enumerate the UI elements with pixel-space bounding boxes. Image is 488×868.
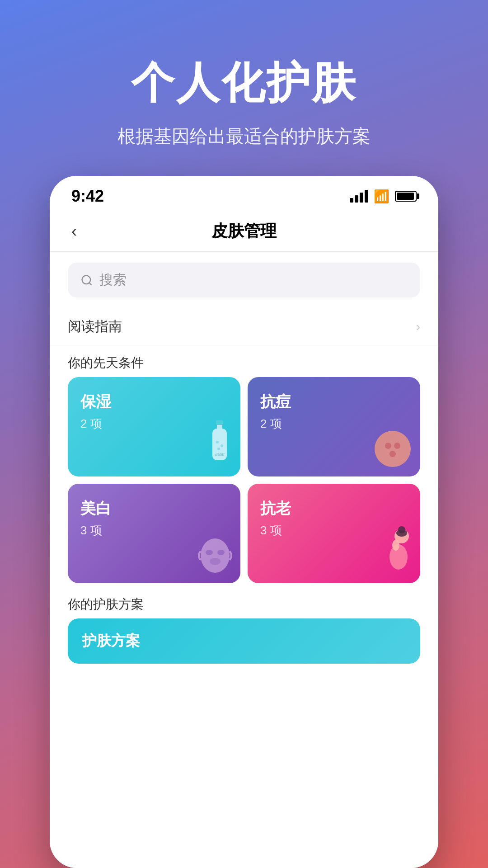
svg-point-5 — [216, 441, 219, 443]
battery-icon — [395, 191, 417, 202]
status-time: 9:42 — [71, 187, 104, 206]
svg-point-7 — [217, 448, 220, 450]
search-placeholder: 搜索 — [99, 271, 127, 289]
card-moisture[interactable]: 保湿 2 项 water — [68, 377, 240, 476]
svg-point-14 — [206, 550, 213, 555]
search-section: 搜索 — [50, 252, 438, 308]
guide-label: 阅读指南 — [68, 317, 122, 336]
status-icons: 📶 — [350, 189, 417, 204]
card-whitening[interactable]: 美白 3 项 — [68, 484, 240, 583]
svg-point-21 — [392, 540, 399, 551]
card-acne[interactable]: 抗痘 2 项 — [248, 377, 420, 476]
innate-section-label: 你的先天条件 — [50, 345, 438, 377]
hero-section: 个人化护肤 根据基因给出最适合的护肤方案 — [0, 0, 488, 176]
status-bar: 9:42 📶 — [50, 176, 438, 211]
page-title: 皮肤管理 — [211, 220, 277, 242]
svg-point-12 — [389, 451, 396, 457]
content-area: 搜索 阅读指南 › 你的先天条件 保湿 2 项 — [50, 252, 438, 868]
skincare-plan-card[interactable]: 护肤方案 — [68, 618, 420, 664]
svg-line-1 — [89, 283, 91, 285]
card-moisture-title: 保湿 — [80, 392, 228, 412]
svg-rect-2 — [216, 420, 223, 425]
phone-frame: 9:42 📶 ‹ 皮肤管理 搜索 — [50, 176, 438, 868]
svg-rect-3 — [217, 425, 222, 429]
hero-subtitle: 根据基因给出最适合的护肤方案 — [27, 124, 461, 149]
svg-point-0 — [82, 275, 91, 284]
card-antiaging-title: 抗老 — [260, 498, 408, 519]
svg-point-13 — [201, 538, 230, 573]
svg-point-15 — [217, 550, 225, 555]
search-icon — [80, 274, 93, 287]
back-button[interactable]: ‹ — [71, 222, 77, 241]
nav-bar: ‹ 皮肤管理 — [50, 211, 438, 252]
svg-point-11 — [394, 443, 400, 449]
signal-icon — [350, 190, 368, 203]
person-figure-icon — [381, 526, 413, 578]
skincare-plan-title: 护肤方案 — [82, 631, 140, 651]
chevron-right-icon: › — [416, 320, 420, 334]
bottom-card-wrapper: 护肤方案 — [50, 618, 438, 664]
svg-point-6 — [221, 444, 223, 447]
cards-grid: 保湿 2 项 water — [50, 377, 438, 583]
card-acne-title: 抗痘 — [260, 392, 408, 412]
card-whitening-title: 美白 — [80, 498, 228, 519]
acne-face-icon — [372, 429, 413, 471]
card-antiaging[interactable]: 抗老 3 项 — [248, 484, 420, 583]
face-mask-icon — [197, 535, 233, 578]
hero-title: 个人化护肤 — [27, 54, 461, 113]
water-bottle-icon: water — [206, 420, 233, 471]
svg-point-9 — [375, 431, 411, 467]
wifi-icon: 📶 — [374, 189, 389, 204]
guide-section[interactable]: 阅读指南 › — [50, 308, 438, 345]
svg-text:water: water — [214, 452, 225, 457]
svg-point-16 — [210, 558, 221, 565]
svg-point-10 — [385, 443, 391, 449]
svg-point-19 — [396, 529, 407, 537]
search-bar[interactable]: 搜索 — [68, 263, 420, 297]
skincare-section-label: 你的护肤方案 — [50, 592, 438, 618]
